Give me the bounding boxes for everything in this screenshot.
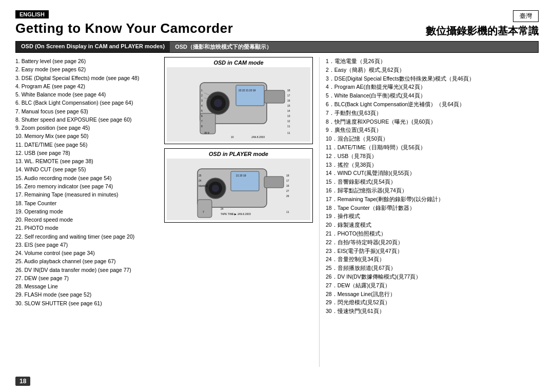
- left-list-item-27: 27. DEW (see page 7): [15, 274, 159, 282]
- right-list-item-22: 22．自拍/等待定時器(見20頁）: [326, 238, 539, 247]
- left-list-item-26: 26. DV IN(DV data transfer mode) (see pa…: [15, 266, 159, 274]
- right-list-item-3: 3．DSE(Digital Special Effects數位特殊效果)模式（見…: [326, 74, 539, 83]
- chinese-title: 數位攝錄影機的基本常識: [426, 24, 539, 38]
- right-list-item-16: 16．歸零點記憶指示器(見74頁）: [326, 186, 539, 195]
- svg-text:11: 11: [287, 125, 290, 128]
- right-list-item-12: 12．USB（見78頁）: [326, 152, 539, 161]
- right-list-item-19: 19．操作模式: [326, 212, 539, 221]
- player-diagram: OSD in PLAYER mode: [164, 148, 313, 223]
- taiwan-badge: 臺灣: [513, 10, 539, 22]
- right-list-item-11: 11．DATE/TIME（日期/時間）(見56頁）: [326, 143, 539, 152]
- right-list-item-30: 30．慢速快門(見61頁）: [326, 307, 539, 316]
- svg-text:30   9: 30 9: [204, 131, 209, 134]
- svg-text:4: 4: [201, 104, 203, 107]
- left-list-item-12: 12. USB (see page 78): [15, 149, 159, 157]
- svg-text:6: 6: [201, 114, 203, 117]
- svg-text:14: 14: [287, 109, 290, 112]
- right-list-item-26: 26．DV IN(DV數據傳輸模式)(見77頁）: [326, 272, 539, 281]
- left-list-item-17: 17. Remaining Tape (measured in minutes): [15, 190, 159, 199]
- svg-text:17: 17: [286, 179, 289, 182]
- svg-text:7: 7: [203, 210, 204, 213]
- cam-diagram: OSD in CAM mode: [164, 57, 313, 144]
- svg-text:18: 18: [286, 174, 289, 177]
- osd-bar-left-text: OSD (On Screen Display in CAM and PLAYER…: [16, 42, 170, 52]
- svg-text:11: 11: [286, 210, 289, 213]
- right-list-item-1: 1．電池電量（見26頁）: [326, 57, 539, 66]
- right-header: 臺灣 數位攝錄影機的基本常識: [426, 10, 539, 38]
- svg-point-3: [214, 99, 222, 107]
- left-list-item-21: 21. PHOTO mode: [15, 224, 159, 232]
- divider: [319, 57, 320, 367]
- right-list-item-27: 27．DEW（結露)(見7頁）: [326, 281, 539, 290]
- right-list-item-4: 4．Program AE(自動提光曝光)(見42頁）: [326, 83, 539, 91]
- left-list-item-8: 8. Shutter speed and EXPOSURE (see page …: [15, 115, 159, 124]
- left-list-item-10: 10. Memory Mix (see page 50): [15, 132, 159, 140]
- svg-text:8: 8: [201, 125, 203, 128]
- right-list-item-17: 17．Remaining Tape(剩餘的錄影帶)(以分鐘計）: [326, 195, 539, 204]
- right-list-item-14: 14．WIND CUT(風聲消除)(見55頁）: [326, 169, 539, 178]
- svg-text:JAN.8.2003: JAN.8.2003: [251, 135, 265, 139]
- svg-text:25: 25: [199, 174, 202, 177]
- left-list-item-20: 20. Record speed mode: [15, 215, 159, 224]
- osd-bar-right-text: OSD（攝影和放映模式下的螢幕顯示）: [170, 42, 538, 52]
- left-list-item-24: 24. Volume control (see page 34): [15, 249, 159, 257]
- svg-text:18: 18: [287, 89, 290, 92]
- svg-text:24: 24: [221, 207, 224, 210]
- svg-rect-6: [236, 85, 264, 106]
- left-header: ENGLISH Getting to Know Your Camcorder: [15, 10, 233, 36]
- page-number: 18: [15, 377, 30, 386]
- main-title: Getting to Know Your Camcorder: [15, 21, 233, 36]
- svg-text:21  20  19: 21 20 19: [236, 174, 246, 177]
- right-list-item-9: 9．廣焦位置(見45頁）: [326, 126, 539, 134]
- svg-text:11: 11: [287, 131, 290, 134]
- left-list-item-4: 4. Program AE (see page 42): [15, 82, 159, 90]
- left-list-item-2: 2. Easy mode (see pages 62): [15, 65, 159, 73]
- right-list-item-20: 20．錄製速度模式: [326, 221, 539, 229]
- left-column: 1. Battery level (see page 26)2. Easy mo…: [15, 57, 159, 367]
- player-diagram-title: OSD in PLAYER mode: [167, 151, 310, 157]
- left-list-item-3: 3. DSE (Digital Special Effects) mode (s…: [15, 74, 159, 82]
- right-list-item-25: 25．音頻播放頻道(見67頁）: [326, 264, 539, 272]
- svg-text:23 22 21 20   19: 23 22 21 20 19: [239, 89, 256, 92]
- right-list-item-18: 18．Tape Counter（錄影帶計數器）: [326, 204, 539, 212]
- right-list-item-13: 13．搖控（見38頁）: [326, 161, 539, 169]
- right-list-item-7: 7．手動對焦(見63頁）: [326, 109, 539, 117]
- right-list-item-15: 15．音響錄影模式(見54頁）: [326, 178, 539, 186]
- svg-text:blank(2): blank(2): [199, 184, 208, 187]
- svg-text:17: 17: [287, 94, 290, 97]
- main-content: 1. Battery level (see page 26)2. Easy mo…: [15, 57, 539, 367]
- svg-rect-35: [197, 200, 212, 218]
- svg-text:3: 3: [201, 99, 203, 102]
- svg-text:2: 2: [201, 94, 203, 97]
- left-list-item-25: 25. Audio playback channel (see page 67): [15, 257, 159, 265]
- left-list-item-11: 11. DATE/TIME (see page 56): [15, 141, 159, 149]
- left-list-item-13: 13. WL. REMOTE (see page 38): [15, 157, 159, 165]
- left-list-item-1: 1. Battery level (see page 26): [15, 57, 159, 65]
- right-column: 1．電池電量（見26頁）2．Easy（簡易）模式,見62頁）3．DSE(Digi…: [326, 57, 539, 367]
- center-column: OSD in CAM mode: [164, 57, 313, 367]
- svg-text:13: 13: [287, 114, 290, 117]
- svg-text:16: 16: [286, 184, 289, 187]
- right-list-item-2: 2．Easy（簡易）模式,見62頁）: [326, 66, 539, 74]
- cam-diagram-title: OSD in CAM mode: [167, 60, 310, 66]
- left-list-item-28: 28. Message Line: [15, 282, 159, 290]
- left-list-item-9: 9. Zoom position (see page 45): [15, 124, 159, 132]
- right-list-item-6: 6．BLC(Back Light Compensation逆光補償）（見64頁）: [326, 100, 539, 109]
- svg-text:TAPE TIME  ▶  JAN.6.2003: TAPE TIME ▶ JAN.6.2003: [221, 212, 251, 215]
- svg-text:26: 26: [286, 194, 289, 198]
- right-list-item-21: 21．PHOTO(拍照模式）: [326, 229, 539, 238]
- svg-text:7: 7: [201, 120, 203, 123]
- left-list-item-29: 29. FLASH mode (see page 52): [15, 290, 159, 299]
- right-list-item-5: 5．White Balance(白平衡)模式(見44頁）: [326, 91, 539, 100]
- right-list-item-8: 8．快門速度和XPOSURE（曝光）(見60頁）: [326, 117, 539, 126]
- page: ENGLISH Getting to Know Your Camcorder 臺…: [0, 0, 554, 392]
- player-image: 21 20 19 25 24 blank(2) 18 17 16 27 26 7: [167, 159, 310, 220]
- right-list-item-24: 24．音量控制(見34頁）: [326, 255, 539, 264]
- svg-text:10: 10: [231, 135, 234, 139]
- left-list-item-23: 23. EIS (see page 47): [15, 241, 159, 249]
- left-list-item-7: 7. Manual focus (see page 63): [15, 107, 159, 115]
- left-list-item-30: 30. SLOW SHUTTER (see page 61): [15, 299, 159, 307]
- svg-text:15: 15: [287, 104, 290, 107]
- right-list-item-23: 23．EIS(電子防手振)(見47頁）: [326, 247, 539, 256]
- svg-text:5: 5: [201, 109, 203, 112]
